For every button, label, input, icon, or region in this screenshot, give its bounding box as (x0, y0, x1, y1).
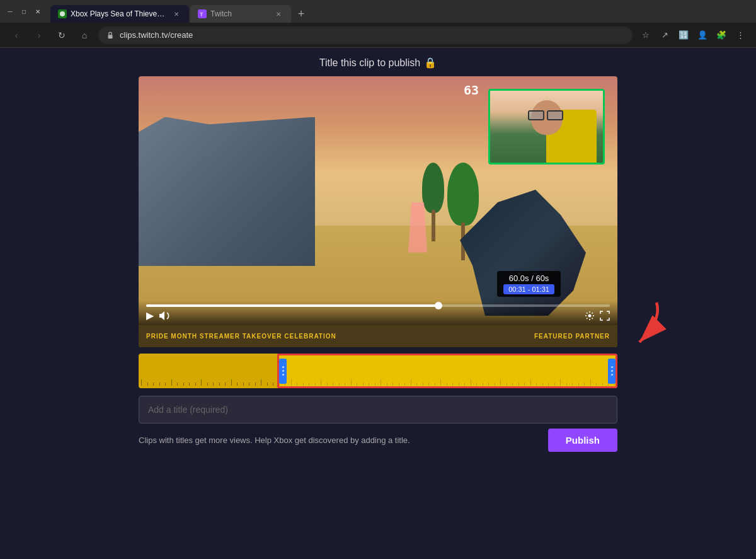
tick (243, 383, 244, 386)
webcam-person (490, 91, 603, 163)
new-tab-button[interactable]: + (292, 5, 310, 23)
tick-mark (198, 379, 205, 386)
volume-button[interactable] (159, 311, 170, 320)
svg-point-1 (60, 11, 65, 16)
tick-mark (175, 383, 181, 386)
tick (165, 383, 166, 386)
tab-label-twitch: Twitch (210, 9, 270, 18)
tick (213, 383, 214, 386)
handle-dot (282, 370, 284, 372)
tick-mark (234, 383, 241, 386)
handle-dot (282, 366, 284, 368)
forward-button[interactable]: › (30, 26, 48, 44)
timeline-section: // will be rendered via loop below (139, 354, 617, 388)
tick-mark (217, 383, 223, 386)
handle-dot (282, 374, 284, 376)
lock-icon (106, 31, 115, 40)
home-button[interactable]: ⌂ (76, 26, 93, 44)
clip-handle-right[interactable] (608, 359, 616, 384)
tick-mark (210, 383, 217, 386)
tab-favicon-twitch: T (198, 9, 207, 18)
tick-mark (169, 379, 175, 386)
minimize-button[interactable]: ─ (5, 6, 15, 16)
progress-bar[interactable] (146, 304, 610, 307)
address-bar[interactable]: clips.twitch.tv/create (98, 26, 633, 44)
tick (177, 383, 178, 386)
tab-close-twitch[interactable]: ✕ (273, 9, 284, 19)
lock-emoji-icon: 🔒 (424, 57, 437, 69)
svg-text:T: T (200, 11, 203, 18)
building-left (139, 117, 315, 267)
handle-dots-right (611, 366, 613, 376)
tree-top-1 (422, 163, 444, 213)
person-glasses (528, 110, 566, 121)
settings-button[interactable] (585, 311, 595, 321)
title-input[interactable] (139, 396, 617, 424)
hud-score: 63 (464, 83, 479, 98)
tick (201, 379, 202, 386)
progress-thumb (435, 302, 442, 309)
tick-mark (181, 383, 187, 386)
tick (153, 383, 154, 386)
tick-mark (222, 383, 229, 386)
handle-dot (611, 366, 613, 368)
tick-mark (205, 383, 211, 386)
webcam-overlay (488, 89, 605, 164)
clip-handle-left[interactable] (279, 359, 287, 384)
pride-banner-text: PRIDE MONTH STREAMER TAKEOVER CELEBRATIO… (146, 333, 534, 340)
form-section: Clips with titles get more views. Help X… (139, 396, 617, 452)
tick-mark (151, 383, 157, 386)
bookmark-icon[interactable]: ☆ (638, 27, 654, 43)
tick (207, 383, 208, 386)
window-controls: ─ □ ✕ (5, 6, 43, 16)
publish-button[interactable]: Publish (548, 429, 617, 452)
title-bar: ─ □ ✕ Xbox Plays Sea of Thieves - The...… (0, 0, 756, 23)
settings-icon (585, 311, 595, 321)
tab-xbox[interactable]: Xbox Plays Sea of Thieves - The... ✕ (50, 5, 189, 23)
menu-icon[interactable]: ⋮ (732, 27, 748, 43)
red-arrow-indicator (605, 297, 674, 354)
clip-duration-tooltip: 60.0s / 60s 00:31 - 01:31 (497, 271, 561, 297)
handle-dot (611, 374, 613, 376)
form-bottom: Clips with titles get more views. Help X… (139, 429, 617, 452)
hud-bottom-bar: PRIDE MONTH STREAMER TAKEOVER CELEBRATIO… (139, 325, 617, 347)
svg-point-5 (588, 314, 592, 317)
share-icon[interactable]: ↗ (656, 27, 673, 43)
handle-dot (611, 370, 613, 372)
profile-icon[interactable]: 👤 (694, 27, 711, 43)
puzzle-icon[interactable]: 🧩 (713, 27, 730, 43)
tick-mark (229, 379, 235, 386)
hint-text: Clips with titles get more views. Help X… (139, 435, 410, 445)
maximize-button[interactable]: □ (19, 6, 29, 16)
tick (267, 383, 268, 386)
tab-close-xbox[interactable]: ✕ (171, 9, 181, 19)
tick-mark (163, 383, 169, 386)
tick (219, 383, 220, 386)
clip-selection[interactable] (277, 354, 617, 388)
play-button[interactable]: ▶ (146, 309, 154, 321)
tick (249, 383, 249, 386)
tab-twitch[interactable]: T Twitch ✕ (190, 5, 291, 23)
page-title-text: Title this clip to publish (319, 57, 420, 69)
timeline-track[interactable]: // will be rendered via loop below (139, 354, 617, 388)
featured-partner-text: FEATURED PARTNER (534, 333, 610, 340)
tick (171, 379, 172, 386)
video-player: 63 PRIDE MONTH STREAMER TAKEOVER CELEBRA… (139, 76, 617, 347)
tick (231, 379, 232, 386)
page-content: Title this clip to publish 🔒 (0, 48, 756, 559)
tick-mark (270, 383, 277, 386)
tick-mark (265, 383, 271, 386)
tick-mark (145, 383, 151, 386)
volume-icon (159, 311, 170, 320)
back-button[interactable]: ‹ (8, 26, 25, 44)
reload-button[interactable]: ↻ (53, 26, 71, 44)
nav-toolbar: ‹ › ↻ ⌂ clips.twitch.tv/create ☆ ↗ 🔢 👤 🧩… (0, 23, 756, 48)
tick-mark (157, 383, 163, 386)
tick (237, 383, 238, 386)
tick-mark (246, 383, 253, 386)
close-button[interactable]: ✕ (33, 6, 43, 16)
tick (147, 383, 148, 386)
extension-icon-1[interactable]: 🔢 (675, 27, 692, 43)
tick (189, 383, 190, 386)
toolbar-right: ☆ ↗ 🔢 👤 🧩 ⋮ (638, 27, 748, 43)
